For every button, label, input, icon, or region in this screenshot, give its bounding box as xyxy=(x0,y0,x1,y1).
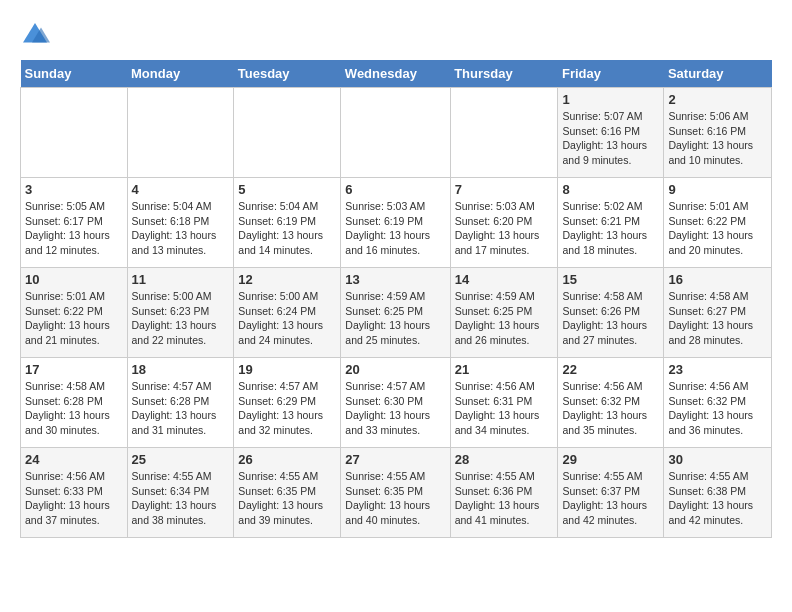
weekday-header: Friday xyxy=(558,60,664,88)
day-number: 2 xyxy=(668,92,767,107)
day-info: Sunrise: 4:59 AMSunset: 6:25 PMDaylight:… xyxy=(455,289,554,348)
weekday-header: Thursday xyxy=(450,60,558,88)
day-number: 5 xyxy=(238,182,336,197)
calendar-day-cell: 4Sunrise: 5:04 AMSunset: 6:18 PMDaylight… xyxy=(127,178,234,268)
day-info: Sunrise: 5:04 AMSunset: 6:18 PMDaylight:… xyxy=(132,199,230,258)
calendar-day-cell: 13Sunrise: 4:59 AMSunset: 6:25 PMDayligh… xyxy=(341,268,450,358)
calendar-day-cell xyxy=(234,88,341,178)
day-info: Sunrise: 5:03 AMSunset: 6:20 PMDaylight:… xyxy=(455,199,554,258)
day-number: 16 xyxy=(668,272,767,287)
day-number: 18 xyxy=(132,362,230,377)
calendar-week-row: 17Sunrise: 4:58 AMSunset: 6:28 PMDayligh… xyxy=(21,358,772,448)
day-number: 15 xyxy=(562,272,659,287)
calendar-body: 1Sunrise: 5:07 AMSunset: 6:16 PMDaylight… xyxy=(21,88,772,538)
day-number: 17 xyxy=(25,362,123,377)
day-number: 4 xyxy=(132,182,230,197)
calendar-day-cell: 5Sunrise: 5:04 AMSunset: 6:19 PMDaylight… xyxy=(234,178,341,268)
day-info: Sunrise: 4:59 AMSunset: 6:25 PMDaylight:… xyxy=(345,289,445,348)
day-info: Sunrise: 4:55 AMSunset: 6:36 PMDaylight:… xyxy=(455,469,554,528)
calendar-day-cell: 25Sunrise: 4:55 AMSunset: 6:34 PMDayligh… xyxy=(127,448,234,538)
day-number: 9 xyxy=(668,182,767,197)
day-number: 3 xyxy=(25,182,123,197)
calendar-day-cell: 17Sunrise: 4:58 AMSunset: 6:28 PMDayligh… xyxy=(21,358,128,448)
day-number: 11 xyxy=(132,272,230,287)
calendar-day-cell xyxy=(450,88,558,178)
calendar-day-cell: 7Sunrise: 5:03 AMSunset: 6:20 PMDaylight… xyxy=(450,178,558,268)
day-info: Sunrise: 4:57 AMSunset: 6:29 PMDaylight:… xyxy=(238,379,336,438)
weekday-header: Wednesday xyxy=(341,60,450,88)
day-info: Sunrise: 4:58 AMSunset: 6:26 PMDaylight:… xyxy=(562,289,659,348)
calendar-day-cell: 23Sunrise: 4:56 AMSunset: 6:32 PMDayligh… xyxy=(664,358,772,448)
day-info: Sunrise: 4:56 AMSunset: 6:32 PMDaylight:… xyxy=(562,379,659,438)
day-info: Sunrise: 4:55 AMSunset: 6:34 PMDaylight:… xyxy=(132,469,230,528)
day-info: Sunrise: 5:04 AMSunset: 6:19 PMDaylight:… xyxy=(238,199,336,258)
calendar-day-cell: 28Sunrise: 4:55 AMSunset: 6:36 PMDayligh… xyxy=(450,448,558,538)
weekday-header: Saturday xyxy=(664,60,772,88)
day-info: Sunrise: 4:55 AMSunset: 6:35 PMDaylight:… xyxy=(345,469,445,528)
day-number: 27 xyxy=(345,452,445,467)
day-number: 22 xyxy=(562,362,659,377)
calendar-day-cell: 8Sunrise: 5:02 AMSunset: 6:21 PMDaylight… xyxy=(558,178,664,268)
calendar-day-cell: 27Sunrise: 4:55 AMSunset: 6:35 PMDayligh… xyxy=(341,448,450,538)
calendar-day-cell: 12Sunrise: 5:00 AMSunset: 6:24 PMDayligh… xyxy=(234,268,341,358)
page-header xyxy=(20,20,772,50)
day-info: Sunrise: 4:56 AMSunset: 6:33 PMDaylight:… xyxy=(25,469,123,528)
calendar-week-row: 24Sunrise: 4:56 AMSunset: 6:33 PMDayligh… xyxy=(21,448,772,538)
calendar-day-cell: 22Sunrise: 4:56 AMSunset: 6:32 PMDayligh… xyxy=(558,358,664,448)
day-info: Sunrise: 5:05 AMSunset: 6:17 PMDaylight:… xyxy=(25,199,123,258)
day-number: 19 xyxy=(238,362,336,377)
calendar-day-cell: 6Sunrise: 5:03 AMSunset: 6:19 PMDaylight… xyxy=(341,178,450,268)
calendar-day-cell: 21Sunrise: 4:56 AMSunset: 6:31 PMDayligh… xyxy=(450,358,558,448)
calendar-day-cell: 26Sunrise: 4:55 AMSunset: 6:35 PMDayligh… xyxy=(234,448,341,538)
calendar-day-cell: 10Sunrise: 5:01 AMSunset: 6:22 PMDayligh… xyxy=(21,268,128,358)
day-info: Sunrise: 5:06 AMSunset: 6:16 PMDaylight:… xyxy=(668,109,767,168)
calendar-day-cell: 11Sunrise: 5:00 AMSunset: 6:23 PMDayligh… xyxy=(127,268,234,358)
day-number: 20 xyxy=(345,362,445,377)
calendar-week-row: 1Sunrise: 5:07 AMSunset: 6:16 PMDaylight… xyxy=(21,88,772,178)
day-info: Sunrise: 5:03 AMSunset: 6:19 PMDaylight:… xyxy=(345,199,445,258)
day-number: 14 xyxy=(455,272,554,287)
day-info: Sunrise: 5:00 AMSunset: 6:24 PMDaylight:… xyxy=(238,289,336,348)
calendar-week-row: 3Sunrise: 5:05 AMSunset: 6:17 PMDaylight… xyxy=(21,178,772,268)
calendar-day-cell: 14Sunrise: 4:59 AMSunset: 6:25 PMDayligh… xyxy=(450,268,558,358)
day-number: 30 xyxy=(668,452,767,467)
day-info: Sunrise: 5:07 AMSunset: 6:16 PMDaylight:… xyxy=(562,109,659,168)
day-info: Sunrise: 5:02 AMSunset: 6:21 PMDaylight:… xyxy=(562,199,659,258)
day-number: 12 xyxy=(238,272,336,287)
day-number: 26 xyxy=(238,452,336,467)
day-number: 10 xyxy=(25,272,123,287)
day-info: Sunrise: 4:57 AMSunset: 6:30 PMDaylight:… xyxy=(345,379,445,438)
calendar-day-cell: 30Sunrise: 4:55 AMSunset: 6:38 PMDayligh… xyxy=(664,448,772,538)
calendar-day-cell: 16Sunrise: 4:58 AMSunset: 6:27 PMDayligh… xyxy=(664,268,772,358)
weekday-header: Tuesday xyxy=(234,60,341,88)
calendar-day-cell: 9Sunrise: 5:01 AMSunset: 6:22 PMDaylight… xyxy=(664,178,772,268)
day-number: 8 xyxy=(562,182,659,197)
calendar-day-cell: 29Sunrise: 4:55 AMSunset: 6:37 PMDayligh… xyxy=(558,448,664,538)
calendar-day-cell: 19Sunrise: 4:57 AMSunset: 6:29 PMDayligh… xyxy=(234,358,341,448)
day-info: Sunrise: 4:57 AMSunset: 6:28 PMDaylight:… xyxy=(132,379,230,438)
calendar-day-cell: 18Sunrise: 4:57 AMSunset: 6:28 PMDayligh… xyxy=(127,358,234,448)
day-number: 24 xyxy=(25,452,123,467)
day-info: Sunrise: 4:55 AMSunset: 6:37 PMDaylight:… xyxy=(562,469,659,528)
weekday-header: Sunday xyxy=(21,60,128,88)
day-number: 21 xyxy=(455,362,554,377)
day-number: 13 xyxy=(345,272,445,287)
day-info: Sunrise: 4:58 AMSunset: 6:28 PMDaylight:… xyxy=(25,379,123,438)
day-number: 28 xyxy=(455,452,554,467)
day-info: Sunrise: 5:00 AMSunset: 6:23 PMDaylight:… xyxy=(132,289,230,348)
day-number: 25 xyxy=(132,452,230,467)
calendar-table: SundayMondayTuesdayWednesdayThursdayFrid… xyxy=(20,60,772,538)
calendar-day-cell: 20Sunrise: 4:57 AMSunset: 6:30 PMDayligh… xyxy=(341,358,450,448)
day-number: 23 xyxy=(668,362,767,377)
day-number: 1 xyxy=(562,92,659,107)
day-number: 6 xyxy=(345,182,445,197)
logo xyxy=(20,20,54,50)
day-info: Sunrise: 5:01 AMSunset: 6:22 PMDaylight:… xyxy=(25,289,123,348)
day-info: Sunrise: 5:01 AMSunset: 6:22 PMDaylight:… xyxy=(668,199,767,258)
weekday-header: Monday xyxy=(127,60,234,88)
calendar-day-cell xyxy=(21,88,128,178)
calendar-day-cell: 15Sunrise: 4:58 AMSunset: 6:26 PMDayligh… xyxy=(558,268,664,358)
logo-icon xyxy=(20,20,50,50)
day-number: 29 xyxy=(562,452,659,467)
calendar-day-cell: 2Sunrise: 5:06 AMSunset: 6:16 PMDaylight… xyxy=(664,88,772,178)
